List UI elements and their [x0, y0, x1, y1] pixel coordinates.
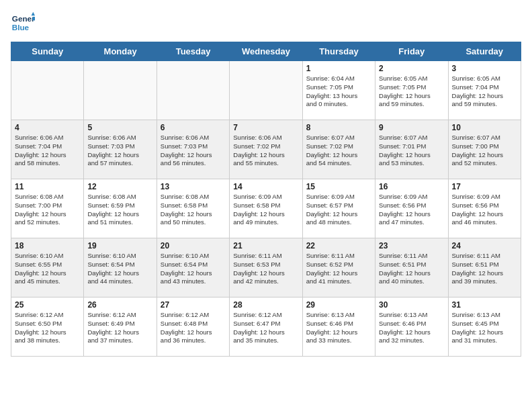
- cal-day-31: 31Sunrise: 6:13 AM Sunset: 6:45 PM Dayli…: [448, 298, 521, 357]
- day-number: 5: [87, 123, 152, 132]
- logo-icon: General Blue: [11, 11, 35, 35]
- cal-day-9: 9Sunrise: 6:07 AM Sunset: 7:01 PM Daylig…: [375, 120, 448, 179]
- day-info: Sunrise: 6:12 AM Sunset: 6:50 PM Dayligh…: [15, 311, 80, 345]
- cal-day-18: 18Sunrise: 6:10 AM Sunset: 6:55 PM Dayli…: [11, 238, 84, 298]
- day-info: Sunrise: 6:13 AM Sunset: 6:45 PM Dayligh…: [452, 311, 517, 345]
- day-header-saturday: Saturday: [448, 42, 521, 61]
- cal-day-2: 2Sunrise: 6:05 AM Sunset: 7:05 PM Daylig…: [375, 61, 448, 120]
- cal-day-26: 26Sunrise: 6:12 AM Sunset: 6:49 PM Dayli…: [84, 298, 157, 357]
- day-number: 18: [15, 241, 80, 250]
- day-number: 14: [233, 182, 298, 191]
- cal-day-16: 16Sunrise: 6:09 AM Sunset: 6:56 PM Dayli…: [375, 179, 448, 238]
- cal-day-3: 3Sunrise: 6:05 AM Sunset: 7:04 PM Daylig…: [448, 61, 521, 120]
- day-number: 25: [15, 300, 80, 310]
- day-header-friday: Friday: [375, 42, 448, 61]
- day-info: Sunrise: 6:06 AM Sunset: 7:03 PM Dayligh…: [161, 134, 226, 168]
- day-number: 23: [379, 241, 444, 250]
- cal-day-23: 23Sunrise: 6:11 AM Sunset: 6:51 PM Dayli…: [375, 238, 448, 298]
- day-info: Sunrise: 6:11 AM Sunset: 6:52 PM Dayligh…: [306, 252, 371, 286]
- day-info: Sunrise: 6:10 AM Sunset: 6:55 PM Dayligh…: [15, 252, 80, 286]
- day-number: 21: [233, 241, 298, 250]
- day-number: 17: [452, 182, 517, 191]
- cal-day-6: 6Sunrise: 6:06 AM Sunset: 7:03 PM Daylig…: [157, 120, 229, 179]
- day-number: 16: [379, 182, 444, 191]
- day-number: 10: [452, 123, 517, 132]
- cal-day-17: 17Sunrise: 6:09 AM Sunset: 6:56 PM Dayli…: [448, 179, 521, 238]
- cal-day-25: 25Sunrise: 6:12 AM Sunset: 6:50 PM Dayli…: [11, 298, 84, 357]
- cal-day-30: 30Sunrise: 6:13 AM Sunset: 6:46 PM Dayli…: [375, 298, 448, 357]
- day-number: 6: [161, 123, 226, 132]
- cal-day-10: 10Sunrise: 6:07 AM Sunset: 7:00 PM Dayli…: [448, 120, 521, 179]
- day-info: Sunrise: 6:12 AM Sunset: 6:49 PM Dayligh…: [87, 311, 152, 345]
- cal-day-20: 20Sunrise: 6:10 AM Sunset: 6:54 PM Dayli…: [157, 238, 229, 298]
- day-number: 2: [379, 64, 444, 73]
- cal-day-12: 12Sunrise: 6:08 AM Sunset: 6:59 PM Dayli…: [84, 179, 157, 238]
- cal-day-8: 8Sunrise: 6:07 AM Sunset: 7:02 PM Daylig…: [302, 120, 375, 179]
- day-header-sunday: Sunday: [11, 42, 84, 61]
- cal-day-5: 5Sunrise: 6:06 AM Sunset: 7:03 PM Daylig…: [84, 120, 157, 179]
- day-header-monday: Monday: [84, 42, 157, 61]
- day-number: 12: [87, 182, 152, 191]
- day-number: 8: [306, 123, 371, 132]
- cal-day-13: 13Sunrise: 6:08 AM Sunset: 6:58 PM Dayli…: [157, 179, 229, 238]
- day-info: Sunrise: 6:12 AM Sunset: 6:48 PM Dayligh…: [161, 311, 226, 345]
- day-info: Sunrise: 6:09 AM Sunset: 6:57 PM Dayligh…: [306, 193, 371, 227]
- cal-day-15: 15Sunrise: 6:09 AM Sunset: 6:57 PM Dayli…: [302, 179, 375, 238]
- cal-empty: [157, 61, 229, 120]
- day-number: 24: [452, 241, 517, 250]
- day-info: Sunrise: 6:09 AM Sunset: 6:56 PM Dayligh…: [379, 193, 444, 227]
- day-info: Sunrise: 6:07 AM Sunset: 7:02 PM Dayligh…: [306, 134, 371, 168]
- day-info: Sunrise: 6:08 AM Sunset: 7:00 PM Dayligh…: [15, 193, 80, 227]
- cal-day-29: 29Sunrise: 6:13 AM Sunset: 6:46 PM Dayli…: [302, 298, 375, 357]
- day-info: Sunrise: 6:08 AM Sunset: 6:58 PM Dayligh…: [161, 193, 226, 227]
- day-info: Sunrise: 6:13 AM Sunset: 6:46 PM Dayligh…: [306, 311, 371, 345]
- day-number: 20: [161, 241, 226, 250]
- day-number: 15: [306, 182, 371, 191]
- day-info: Sunrise: 6:05 AM Sunset: 7:04 PM Dayligh…: [452, 75, 517, 109]
- day-info: Sunrise: 6:11 AM Sunset: 6:51 PM Dayligh…: [379, 252, 444, 286]
- day-number: 30: [379, 300, 444, 310]
- day-info: Sunrise: 6:06 AM Sunset: 7:03 PM Dayligh…: [87, 134, 152, 168]
- cal-day-19: 19Sunrise: 6:10 AM Sunset: 6:54 PM Dayli…: [84, 238, 157, 298]
- day-info: Sunrise: 6:06 AM Sunset: 7:04 PM Dayligh…: [15, 134, 80, 168]
- cal-day-21: 21Sunrise: 6:11 AM Sunset: 6:53 PM Dayli…: [230, 238, 302, 298]
- svg-text:Blue: Blue: [12, 23, 30, 32]
- day-number: 29: [306, 300, 371, 310]
- day-number: 26: [87, 300, 152, 310]
- day-number: 13: [161, 182, 226, 191]
- day-number: 22: [306, 241, 371, 250]
- cal-day-11: 11Sunrise: 6:08 AM Sunset: 7:00 PM Dayli…: [11, 179, 84, 238]
- day-info: Sunrise: 6:11 AM Sunset: 6:53 PM Dayligh…: [233, 252, 298, 286]
- cal-empty: [230, 61, 302, 120]
- calendar-table: SundayMondayTuesdayWednesdayThursdayFrid…: [11, 42, 521, 357]
- day-info: Sunrise: 6:10 AM Sunset: 6:54 PM Dayligh…: [87, 252, 152, 286]
- cal-day-1: 1Sunrise: 6:04 AM Sunset: 7:05 PM Daylig…: [302, 61, 375, 120]
- day-header-wednesday: Wednesday: [230, 42, 302, 61]
- day-info: Sunrise: 6:05 AM Sunset: 7:05 PM Dayligh…: [379, 75, 444, 109]
- day-info: Sunrise: 6:09 AM Sunset: 6:56 PM Dayligh…: [452, 193, 517, 227]
- day-info: Sunrise: 6:08 AM Sunset: 6:59 PM Dayligh…: [87, 193, 152, 227]
- day-number: 9: [379, 123, 444, 132]
- cal-day-27: 27Sunrise: 6:12 AM Sunset: 6:48 PM Dayli…: [157, 298, 229, 357]
- cal-empty: [84, 61, 157, 120]
- svg-marker-3: [32, 17, 35, 20]
- cal-day-4: 4Sunrise: 6:06 AM Sunset: 7:04 PM Daylig…: [11, 120, 84, 179]
- day-number: 31: [452, 300, 517, 310]
- day-info: Sunrise: 6:10 AM Sunset: 6:54 PM Dayligh…: [161, 252, 226, 286]
- cal-day-24: 24Sunrise: 6:11 AM Sunset: 6:51 PM Dayli…: [448, 238, 521, 298]
- day-number: 27: [161, 300, 226, 310]
- day-number: 28: [233, 300, 298, 310]
- day-number: 19: [87, 241, 152, 250]
- day-header-tuesday: Tuesday: [157, 42, 229, 61]
- day-number: 7: [233, 123, 298, 132]
- day-number: 3: [452, 64, 517, 73]
- cal-day-28: 28Sunrise: 6:12 AM Sunset: 6:47 PM Dayli…: [230, 298, 302, 357]
- day-info: Sunrise: 6:07 AM Sunset: 7:00 PM Dayligh…: [452, 134, 517, 168]
- day-info: Sunrise: 6:13 AM Sunset: 6:46 PM Dayligh…: [379, 311, 444, 345]
- day-number: 1: [306, 64, 371, 73]
- cal-day-22: 22Sunrise: 6:11 AM Sunset: 6:52 PM Dayli…: [302, 238, 375, 298]
- day-info: Sunrise: 6:09 AM Sunset: 6:58 PM Dayligh…: [233, 193, 298, 227]
- day-info: Sunrise: 6:06 AM Sunset: 7:02 PM Dayligh…: [233, 134, 298, 168]
- day-number: 11: [15, 182, 80, 191]
- day-info: Sunrise: 6:04 AM Sunset: 7:05 PM Dayligh…: [306, 75, 371, 109]
